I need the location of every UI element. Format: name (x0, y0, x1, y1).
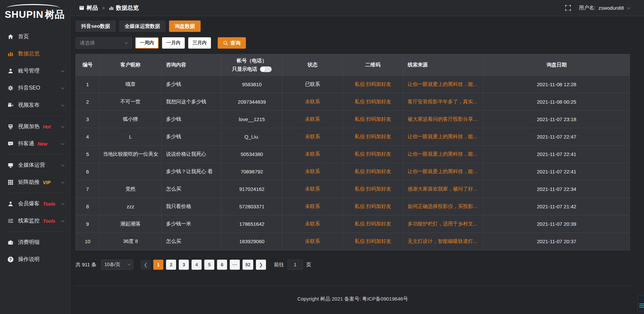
status-badge: 未联系 (282, 93, 343, 111)
sidebar-item-video-publish[interactable]: 视频发布 (0, 97, 70, 114)
nav-divider (6, 231, 64, 232)
cell-source-link[interactable]: 客厅安装投影半年多了，真实... (403, 93, 484, 111)
cell-source-link[interactable]: 让你一眼就爱上的黑科技，能... (403, 128, 484, 146)
page-button-92[interactable]: 92 (243, 260, 253, 270)
cell-nickname: L (100, 128, 162, 146)
cell-no: 9 (76, 215, 100, 233)
cell-nickname (100, 163, 162, 180)
sidebar-item-label: 抖音SEO (18, 85, 40, 92)
prev-page-button[interactable]: ❮ (141, 260, 151, 270)
floating-widget[interactable] (638, 295, 644, 311)
user-menu[interactable]: 用户名: zswodun88 (579, 5, 629, 11)
status-badge: 未联系 (282, 146, 343, 163)
cell-account: 572803371 (221, 198, 282, 215)
page-button-5[interactable]: 5 (204, 260, 214, 270)
cell-source-link[interactable]: 感谢大家喜欢我家，被问了好... (403, 180, 484, 198)
fullscreen-icon[interactable] (565, 5, 571, 11)
qrcode-actions[interactable]: 私信 扫码加好友 (343, 233, 403, 250)
footer: Copyright 树品 2021 备案号: 粤ICP备09019646号 (75, 285, 630, 302)
qrcode-actions[interactable]: 私信 扫码加好友 (343, 93, 403, 111)
data-tabs: 抖音seo数据 全媒体运营数据 询盘数据 (75, 20, 630, 32)
sidebar-item-label: 线索监控 (18, 217, 40, 224)
cell-source-link[interactable]: 被大家追着问的客厅投影分享... (403, 111, 484, 128)
sidebar-item-account-mgmt[interactable]: 账号管理 (0, 62, 70, 80)
range-month-button[interactable]: 一月内 (162, 37, 185, 49)
goto-page-input[interactable] (287, 260, 303, 270)
col-nickname: 客户昵称 (100, 54, 162, 76)
cell-source-link[interactable]: 多功能护栏灯，适用于乡村文... (403, 215, 484, 233)
vip-badge: VIP (43, 180, 51, 185)
sidebar-item-video-heat[interactable]: 视频加热 Hot (0, 118, 70, 135)
chevron-down-icon (61, 180, 64, 184)
qrcode-actions[interactable]: 私信 扫码加好友 (343, 180, 403, 198)
cell-source-link[interactable]: 让你一眼就爱上的黑科技，能... (403, 163, 484, 180)
page-size-select[interactable]: 10条/页 (101, 260, 133, 270)
page-button-6[interactable]: 6 (217, 260, 227, 270)
status-badge: 未联系 (282, 128, 343, 146)
search-icon (223, 41, 228, 46)
page-ellipsis[interactable]: ··· (230, 260, 240, 270)
col-content: 咨询内容 (162, 54, 221, 76)
member-icon (8, 201, 13, 207)
filter-bar: 请选择 一周内 一月内 三月内 查询 (75, 37, 630, 49)
account-select[interactable]: 请选择 (75, 37, 132, 49)
qrcode-actions[interactable]: 私信 扫码加好友 (343, 128, 403, 146)
sidebar-item-douyin-seo[interactable]: 抖音SEO (0, 80, 70, 97)
tools-badge: Tools (43, 201, 55, 207)
qrcode-actions[interactable]: 私信 扫码加好友 (343, 163, 403, 180)
qrcode-actions[interactable]: 私信 扫码加好友 (343, 76, 403, 93)
page-button-3[interactable]: 3 (179, 260, 189, 270)
table-row: 10 36度 8 怎么买 183929060 未联系 私信 扫码加好友 无主灯设… (76, 233, 630, 250)
page-button-4[interactable]: 4 (192, 260, 202, 270)
qrcode-actions[interactable]: 私信 扫码加好友 (343, 146, 403, 163)
sidebar-item-data-overview[interactable]: 数据总览 (0, 45, 70, 62)
range-week-button[interactable]: 一周内 (135, 37, 159, 49)
qrcode-actions[interactable]: 私信 扫码加好友 (343, 111, 403, 128)
phone-only-toggle[interactable] (260, 66, 272, 72)
top-header: 树品 > 数据总览 用户名: zswodun88 (71, 0, 644, 16)
pagination: 共 911 条 10条/页 ❮ 1 2 3 4 5 6 ··· 92 ❯ 前往 … (75, 260, 630, 270)
sidebar-item-label: 视频发布 (18, 102, 40, 109)
cell-account: 178651642 (221, 215, 282, 233)
tab-omnimedia-data[interactable]: 全媒体运营数据 (119, 20, 166, 32)
search-button[interactable]: 查询 (218, 37, 246, 49)
cell-content: 多少钱一米 (162, 215, 221, 233)
sidebar-item-help[interactable]: ? 操作说明 (0, 251, 70, 268)
cell-source-link[interactable]: 让你一眼就爱上的黑科技，能... (403, 76, 484, 93)
sidebar-item-lead-monitor[interactable]: 线索监控 Tools (0, 212, 70, 229)
sidebar-item-home[interactable]: 首页 (0, 28, 70, 45)
tab-inquiry-data[interactable]: 询盘数据 (169, 20, 201, 32)
page-button-1[interactable]: 1 (153, 260, 163, 270)
chevron-down-icon (61, 142, 64, 145)
col-date: 询盘日期 (483, 54, 630, 76)
sidebar-item-matrix-boost[interactable]: 矩阵助推 VIP (0, 174, 70, 191)
sidebar-item-consumption[interactable]: 消费明细 (0, 234, 70, 251)
chevron-down-icon (61, 163, 64, 166)
sidebar-item-douketong[interactable]: 抖客通 New (0, 135, 70, 152)
table-row: 8 zzz 我只看价格 572803371 未联系 私信 扫码加好友 如何正确选… (76, 198, 630, 215)
cell-nickname: 36度 8 (100, 233, 162, 250)
qrcode-actions[interactable]: 私信 扫码加好友 (343, 198, 403, 215)
status-badge: 已联系 (282, 76, 343, 93)
table-row: 6 多少钱？让我死心 看 70898792 未联系 私信 扫码加好友 让你一眼就… (76, 163, 630, 180)
bar-chart-icon (109, 6, 114, 10)
page-button-2[interactable]: 2 (166, 260, 176, 270)
tab-douyin-seo-data[interactable]: 抖音seo数据 (75, 20, 116, 32)
table-row: 4 L 多少钱 Q_Liu. 未联系 私信 扫码加好友 让你一眼就爱上的黑科技，… (76, 128, 630, 146)
sidebar-item-member-bloom[interactable]: 会员爆客 Tools (0, 195, 70, 212)
nav-divider (6, 154, 64, 155)
next-page-button[interactable]: ❯ (256, 260, 266, 270)
sidebar-item-omnimedia[interactable]: 全媒体运营 (0, 157, 70, 174)
cell-no: 5 (76, 146, 100, 163)
tools-badge: Tools (43, 218, 55, 224)
chevron-down-icon (61, 69, 64, 72)
cell-source-link[interactable]: 如何正确选择投影仪，买投影... (403, 198, 484, 215)
new-badge: New (38, 141, 47, 147)
chevron-down-icon (61, 124, 64, 128)
cell-date: 2021-11-08 12:28 (483, 76, 630, 93)
range-quarter-button[interactable]: 三月内 (188, 37, 211, 49)
breadcrumb-root[interactable]: 树品 (87, 4, 98, 12)
qrcode-actions[interactable]: 私信 扫码加好友 (343, 215, 403, 233)
cell-source-link[interactable]: 让你一眼就爱上的黑科技，能... (403, 146, 484, 163)
cell-source-link[interactable]: 无主灯设计，智能磁吸轨道灯... (403, 233, 484, 250)
